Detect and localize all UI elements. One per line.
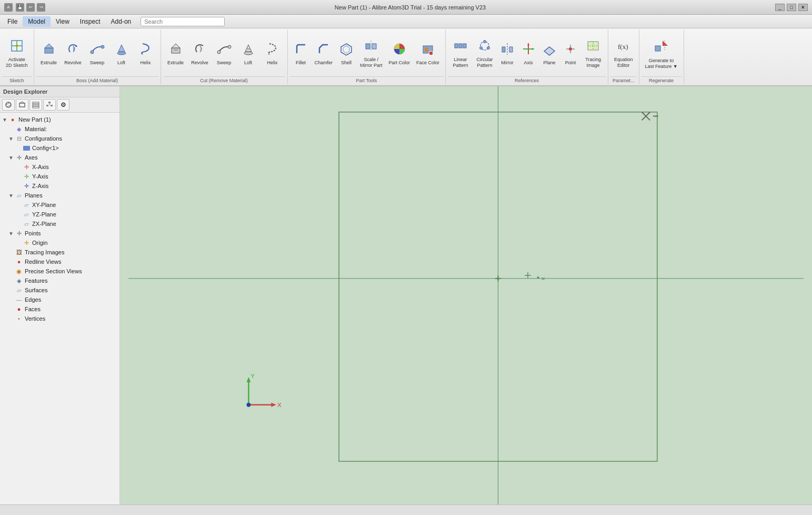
statusbar (0, 504, 812, 515)
expand-axes[interactable]: ▼ (8, 155, 15, 161)
undo-icon[interactable]: ↩ (26, 3, 35, 12)
tree-item-x-axis[interactable]: ✛ X-Axis (1, 162, 118, 172)
expand-tracing-images (8, 250, 15, 255)
fillet-button[interactable]: Fillet (291, 35, 311, 73)
sweep-cut-label: Sweep (217, 60, 232, 66)
revolve-cut-button[interactable]: Revolve (188, 35, 212, 73)
tree-item-configurations[interactable]: ▼ ⊟ Configurations (1, 134, 118, 143)
tree-item-surfaces[interactable]: ▱ Surfaces (1, 285, 118, 295)
extrude-boss-label: Extrude (41, 60, 57, 66)
flat-list-button[interactable] (29, 99, 42, 111)
svg-marker-5 (45, 44, 53, 48)
yz-plane-icon: ▱ (22, 211, 31, 218)
tree-item-config1[interactable]: Config<1> (1, 143, 118, 153)
svg-rect-4 (45, 48, 53, 53)
face-color-label: Face Color (416, 60, 439, 66)
menu-view[interactable]: View (51, 16, 75, 27)
chamfer-button[interactable]: Chamfer (312, 35, 336, 73)
search-input[interactable] (141, 17, 225, 26)
svg-rect-26 (425, 47, 428, 52)
point-button[interactable]: Point (560, 35, 580, 73)
minimize-button[interactable]: _ (775, 4, 785, 11)
tree-item-planes[interactable]: ▼ ▱ Planes (1, 191, 118, 200)
sweep-cut-button[interactable]: Sweep (213, 35, 236, 73)
part-color-button[interactable]: Part Color (386, 35, 413, 73)
tree-item-yz-plane[interactable]: ▱ YZ-Plane (1, 210, 118, 219)
fillet-icon (294, 42, 308, 58)
plane-button[interactable]: Plane (539, 35, 559, 73)
redo-icon[interactable]: ↪ (37, 3, 45, 12)
tree-item-new-part[interactable]: ▼ ● New Part (1) (1, 115, 118, 124)
tree-label-configurations: Configurations (25, 135, 62, 142)
helix-cut-button[interactable]: Helix (261, 35, 284, 73)
svg-point-15 (228, 45, 231, 48)
tree-item-vertices[interactable]: • Vertices (1, 314, 118, 323)
helix-boss-button[interactable]: Helix (134, 35, 157, 73)
sweep-boss-button[interactable]: Sweep (86, 35, 109, 73)
equation-editor-button[interactable]: f(x) EquationEditor (611, 35, 636, 73)
circular-pattern-button[interactable]: CircularPattern (473, 35, 496, 73)
tree-item-features[interactable]: ◈ Features (1, 276, 118, 285)
tracing-image-button[interactable]: TracingImage (582, 35, 605, 73)
menu-inspect[interactable]: Inspect (75, 16, 106, 27)
close-button[interactable]: ✕ (798, 4, 808, 11)
revolve-boss-icon (66, 42, 81, 58)
linear-pattern-button[interactable]: LinearPattern (449, 35, 472, 73)
tree-item-xy-plane[interactable]: ▱ XY-Plane (1, 200, 118, 210)
extrude-boss-button[interactable]: Extrude (37, 35, 61, 73)
sketch-section-label: Sketch (2, 76, 32, 83)
tree-item-faces[interactable]: ● Faces (1, 304, 118, 314)
x-axis-icon: ✛ (22, 163, 31, 171)
generate-last-button[interactable]: Generate toLast Feature ▼ (643, 35, 680, 73)
svg-marker-41 (532, 48, 535, 50)
save-icon[interactable]: 💾 (16, 3, 24, 12)
hierarchy-view-button[interactable] (43, 99, 56, 111)
tree-item-material[interactable]: ◆ Material: (1, 124, 118, 134)
tree-label-zx-plane: ZX-Plane (32, 221, 56, 227)
viewport[interactable]: ✕ Y X (120, 86, 812, 504)
tree-item-points[interactable]: ▼ ✛ Points (1, 229, 118, 238)
svg-point-3 (16, 45, 18, 47)
activate-sketch-button[interactable]: Activate2D Sketch (3, 35, 31, 73)
expand-new-part[interactable]: ▼ (2, 117, 8, 123)
mirror-button[interactable]: Mirror (497, 35, 517, 73)
settings-button[interactable]: ⚙ (57, 99, 69, 111)
tree-item-edges[interactable]: — Edges (1, 295, 118, 304)
tree-item-tracing-images[interactable]: 🖼 Tracing Images (1, 247, 118, 257)
parts-view-button[interactable] (16, 99, 28, 111)
sphere-view-button[interactable] (2, 99, 15, 111)
tree-item-y-axis[interactable]: ✛ Y-Axis (1, 172, 118, 181)
expand-planes[interactable]: ▼ (8, 193, 15, 199)
shell-button[interactable]: Shell (336, 35, 356, 73)
tree-item-zx-plane[interactable]: ▱ ZX-Plane (1, 219, 118, 229)
loft-boss-icon (114, 42, 129, 58)
tree-item-redline-views[interactable]: ● Redline Views (1, 257, 118, 266)
menu-addon[interactable]: Add-on (106, 16, 137, 27)
precise-section-icon: ◉ (15, 268, 23, 275)
maximize-button[interactable]: □ (787, 4, 796, 11)
tree-item-precise-section[interactable]: ◉ Precise Section Views (1, 266, 118, 276)
loft-cut-button[interactable]: Loft (237, 35, 260, 73)
expand-points[interactable]: ▼ (8, 231, 15, 236)
svg-point-33 (487, 47, 490, 49)
tree-item-z-axis[interactable]: ✛ Z-Axis (1, 181, 118, 191)
scale-mirror-button[interactable]: Scale /Mirror Part (357, 35, 385, 73)
axis-button[interactable]: Axis (518, 35, 538, 73)
expand-configurations[interactable]: ▼ (8, 136, 15, 142)
menu-model[interactable]: Model (23, 16, 51, 27)
equation-editor-icon: f(x) (616, 38, 631, 55)
extrude-cut-button[interactable]: Extrude (164, 35, 187, 73)
svg-rect-11 (172, 48, 180, 53)
tree-item-origin[interactable]: ✛ Origin (1, 238, 118, 247)
sketch-buttons: Activate2D Sketch (2, 31, 32, 76)
face-color-button[interactable]: Face Color (414, 35, 442, 73)
tree-label-tracing-images: Tracing Images (25, 249, 64, 255)
loft-boss-button[interactable]: Loft (110, 35, 133, 73)
tree-item-axes[interactable]: ▼ ✛ Axes (1, 153, 118, 162)
part-color-icon (392, 42, 407, 58)
menu-file[interactable]: File (2, 16, 23, 27)
svg-marker-20 (343, 46, 349, 53)
viewport-canvas: ✕ Y X (120, 86, 812, 504)
revolve-boss-button[interactable]: Revolve (62, 35, 85, 73)
xy-plane-icon: ▱ (22, 201, 31, 209)
